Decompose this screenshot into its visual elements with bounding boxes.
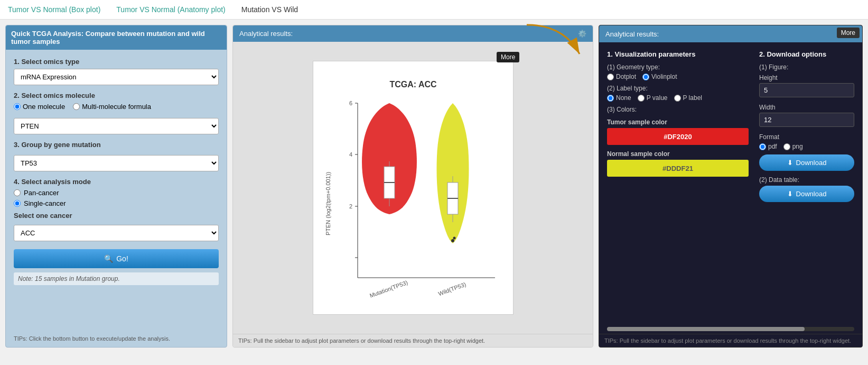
geometry-dotplot-radio[interactable]: Dotplot <box>607 73 636 80</box>
geometry-label: (1) Geometry type: <box>607 63 749 71</box>
mode-singlecancer-radio[interactable]: Single-cancer <box>14 199 219 207</box>
label-pvalue-radio[interactable]: P value <box>638 94 668 102</box>
format-png-radio[interactable]: png <box>783 143 803 150</box>
tumor-color-label: Tumor sample color <box>607 118 749 126</box>
colors-label: (3) Colors: <box>607 106 749 113</box>
viz-params: 1. Visualization parameters (1) Geometry… <box>607 50 749 316</box>
geometry-violinplot-radio[interactable]: Violinplot <box>642 73 677 80</box>
download-icon-2: ⬇ <box>787 190 793 198</box>
svg-text:TCGA: ACC: TCGA: ACC <box>389 80 437 89</box>
normal-color-box[interactable]: #DDDF21 <box>607 160 749 177</box>
section-omics-label: 1. Select omics type <box>14 58 219 66</box>
left-tips: TIPs: Click the bottom button to execute… <box>14 335 219 342</box>
svg-point-17 <box>453 237 455 240</box>
format-label: Format <box>759 133 854 141</box>
search-icon: 🔍 <box>104 254 113 263</box>
molecule-one-radio[interactable]: One molecule <box>14 103 65 111</box>
right-panel-title: Analytical results: <box>605 30 659 38</box>
svg-point-16 <box>451 239 454 242</box>
main-layout: Quick TCGA Analysis: Compare between mut… <box>0 20 868 353</box>
format-pdf-radio[interactable]: pdf <box>759 143 777 150</box>
figure-label: (1) Figure: <box>759 63 854 71</box>
section-mode-label: 4. Select analysis mode <box>14 178 219 186</box>
width-label: Width <box>759 104 854 111</box>
data-download-button[interactable]: ⬇ Download <box>759 186 854 202</box>
download-icon-1: ⬇ <box>787 159 793 167</box>
svg-text:6: 6 <box>349 100 352 106</box>
scrollbar[interactable] <box>607 327 854 331</box>
section-gene-label: 3. Group by gene mutation <box>14 141 219 149</box>
cancer-select[interactable]: ACC BLCA BRCA CESC <box>14 225 219 241</box>
tumor-color-value: #DF2020 <box>664 133 692 141</box>
scrollbar-thumb <box>607 327 805 331</box>
middle-tips: TIPs: Pull the sidebar to adjust plot pa… <box>233 334 593 347</box>
chart-area: TCGA: ACC PTEN (log2(tpm+0.001)) 6 4 2 <box>233 42 593 334</box>
svg-text:4: 4 <box>349 151 352 158</box>
gene-select[interactable]: TP53 <box>14 155 219 171</box>
middle-panel-header: Analytical results: ⚙️ <box>233 25 593 42</box>
download-options: 2. Download options (1) Figure: Height W… <box>759 50 854 316</box>
right-panel-header: Analytical results: ⚙️ <box>599 25 862 42</box>
go-button[interactable]: 🔍 Go! <box>14 249 219 268</box>
figure-download-button[interactable]: ⬇ Download <box>759 154 854 171</box>
right-content: 1. Visualization parameters (1) Geometry… <box>599 42 862 324</box>
molecule-multi-radio[interactable]: Multi-molecule formula <box>73 103 151 111</box>
chart-inner: TCGA: ACC PTEN (log2(tpm+0.001)) 6 4 2 <box>313 61 514 315</box>
nav-mutation-wild[interactable]: Mutation VS Wild <box>241 5 298 14</box>
tumor-color-box[interactable]: #DF2020 <box>607 128 749 145</box>
geometry-radio-row: Dotplot Violinplot <box>607 73 749 80</box>
omics-type-select[interactable]: mRNA Expression DNA Methylation Copy Num… <box>14 69 219 85</box>
nav-box-plot[interactable]: Tumor VS Normal (Box plot) <box>8 5 100 14</box>
format-radio-row: pdf png <box>759 143 854 150</box>
svg-text:Wild(TP53): Wild(TP53) <box>437 281 466 297</box>
label-plabel-radio[interactable]: P label <box>674 94 702 102</box>
settings-icon[interactable]: ⚙️ <box>578 30 586 38</box>
data-table-label: (2) Data table: <box>759 176 854 184</box>
left-panel-title: Quick TCGA Analysis: Compare between mut… <box>6 25 227 50</box>
viz-title: 1. Visualization parameters <box>607 50 749 58</box>
width-input[interactable] <box>759 113 854 127</box>
height-label: Height <box>759 74 854 81</box>
molecule-radio-group: One molecule Multi-molecule formula <box>14 103 219 111</box>
left-panel: Quick TCGA Analysis: Compare between mut… <box>5 25 227 348</box>
mode-pancancer-radio[interactable]: Pan-cancer <box>14 189 219 197</box>
middle-panel-title: Analytical results: <box>239 30 293 38</box>
normal-color-label: Normal sample color <box>607 150 749 158</box>
mode-radio-group: Pan-cancer Single-cancer <box>14 189 219 207</box>
right-tips: TIPs: Pull the sidebar to adjust plot pa… <box>599 334 862 347</box>
svg-text:2: 2 <box>349 203 352 209</box>
more-button[interactable]: More <box>837 28 860 38</box>
molecule-select[interactable]: PTEN <box>14 118 219 134</box>
cancer-section-label: Select one cancer <box>14 212 219 220</box>
top-nav: Tumor VS Normal (Box plot) Tumor VS Norm… <box>0 0 868 20</box>
height-input[interactable] <box>759 83 854 97</box>
middle-panel: Analytical results: ⚙️ TCGA: ACC PTEN (l… <box>232 25 593 348</box>
nav-anatomy-plot[interactable]: Tumor VS Normal (Anatomy plot) <box>116 5 225 14</box>
label-none-radio[interactable]: None <box>607 94 631 102</box>
right-panel: Analytical results: ⚙️ More 1. Visualiza… <box>599 25 863 348</box>
svg-text:PTEN (log2(tpm+0.001)): PTEN (log2(tpm+0.001)) <box>325 172 331 235</box>
section-molecule-label: 2. Select omics molecule <box>14 92 219 99</box>
download-title: 2. Download options <box>759 50 854 58</box>
normal-color-value: #DDDF21 <box>662 165 693 172</box>
label-type-label: (2) Label type: <box>607 85 749 92</box>
label-radio-row: None P value P label <box>607 94 749 102</box>
note-text: Note: 15 samples in Mutation group. <box>14 272 219 285</box>
svg-text:Mutation(TP53): Mutation(TP53) <box>368 279 408 299</box>
violin-chart: TCGA: ACC PTEN (log2(tpm+0.001)) 6 4 2 <box>321 71 506 304</box>
